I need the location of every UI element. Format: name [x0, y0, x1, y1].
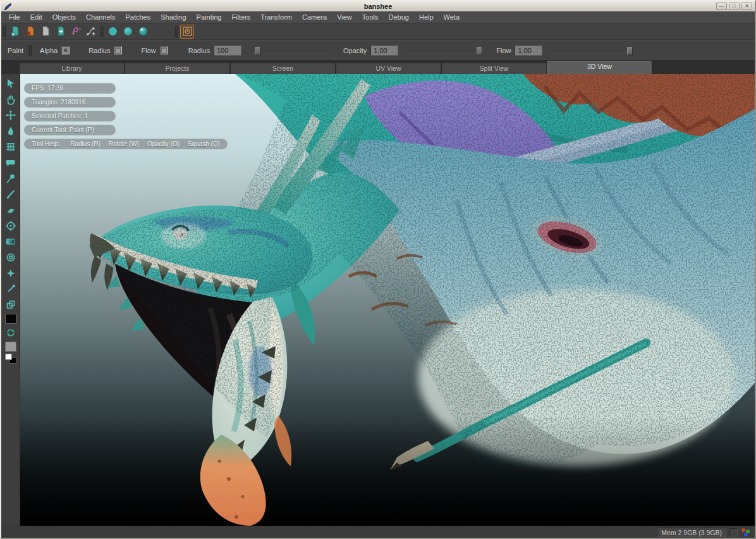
menu-file[interactable]: File [4, 11, 25, 23]
foreground-color-swatch[interactable] [5, 314, 16, 324]
flow-label: Flow [492, 47, 515, 54]
flow-checkbox[interactable] [160, 46, 168, 54]
hud-fps: FPS: 17.39 [24, 83, 116, 94]
radius-label: Radius [185, 47, 214, 54]
view-tab-bar: Library Projects Screen UV View Split Vi… [1, 61, 755, 74]
minimize-button[interactable]: — [716, 3, 727, 10]
pen-app-icon [4, 3, 13, 11]
toolbar-gripper[interactable] [3, 26, 6, 37]
hud-current-tool: Current Tool: Paint (P) [24, 125, 116, 135]
page-arrow-icon [56, 26, 66, 37]
path-tool-button[interactable] [69, 25, 83, 39]
hud-tool-help-label: Tool Help: [32, 140, 59, 147]
tab-screen[interactable]: Screen [230, 63, 336, 74]
projection-toggle-button[interactable] [180, 25, 194, 39]
paintbar-gripper[interactable] [28, 45, 32, 56]
menu-tools[interactable]: Tools [357, 11, 384, 23]
radius-checkbox[interactable] [114, 46, 122, 54]
radius-slider-handle[interactable] [255, 47, 260, 55]
gradient-fill-tool[interactable] [4, 235, 18, 249]
toolbar-gripper[interactable] [100, 26, 104, 37]
tab-projects[interactable]: Projects [125, 63, 230, 74]
opacity-slider[interactable] [403, 46, 482, 55]
pencil-tool[interactable] [4, 187, 18, 201]
shading-shaded-button[interactable] [121, 25, 135, 39]
alpha-checkbox[interactable]: ✕ [61, 46, 70, 54]
tab-3d-view[interactable]: 3D View [547, 61, 652, 74]
eyedropper-tool[interactable] [4, 282, 18, 296]
viewport-3d[interactable]: FPS: 17.39 Triangles: 2180916 Selected P… [20, 74, 755, 526]
opacity-input[interactable] [370, 45, 398, 56]
curve-tool-button[interactable] [84, 25, 98, 39]
paint-bubble-tool[interactable] [4, 156, 18, 170]
menu-view[interactable]: View [332, 11, 357, 23]
pin-tool[interactable] [4, 171, 18, 185]
flow-slider[interactable] [547, 46, 633, 55]
pan-hand-tool[interactable] [4, 92, 18, 106]
menu-channels[interactable]: Channels [81, 11, 120, 23]
paint-drop-tool[interactable] [4, 124, 18, 138]
radius-input[interactable] [214, 45, 241, 56]
close-project-button[interactable] [23, 25, 37, 39]
paint-tool-label: Paint [4, 47, 27, 54]
radius-toggle-label: Radius [85, 47, 114, 54]
title-bar[interactable]: banshee — □ ✕ [1, 1, 755, 11]
shading-flat-button[interactable] [106, 25, 119, 39]
select-cursor-tool[interactable] [4, 77, 18, 90]
save-project-button[interactable] [39, 25, 52, 39]
smudge-tool[interactable] [4, 266, 18, 280]
new-project-button[interactable] [8, 25, 22, 39]
sphere-shaded-icon [123, 26, 133, 37]
alpha-label: Alpha [36, 47, 61, 54]
blur-tool[interactable] [4, 251, 18, 264]
flow-input[interactable] [515, 45, 542, 56]
opacity-slider-handle[interactable] [477, 47, 482, 55]
menu-patches[interactable]: Patches [120, 11, 155, 23]
menu-painting[interactable]: Painting [192, 11, 227, 23]
projection-icon [182, 26, 193, 37]
menu-transform[interactable]: Transform [255, 11, 297, 23]
hud-triangles: Triangles: 2180916 [24, 97, 116, 108]
background-color-swatch[interactable] [5, 342, 16, 352]
move-tool[interactable] [4, 108, 18, 122]
tab-uv-view[interactable]: UV View [336, 63, 441, 74]
clone-stamp-tool[interactable] [4, 219, 18, 233]
menu-shading[interactable]: Shading [155, 11, 191, 23]
window-title: banshee [1, 1, 755, 11]
curve-node-icon [86, 26, 97, 37]
shading-specular-button[interactable] [136, 25, 150, 39]
main-toolbar [1, 23, 755, 40]
menu-camera[interactable]: Camera [297, 11, 332, 23]
menu-objects[interactable]: Objects [47, 11, 81, 23]
maximize-button[interactable]: □ [729, 3, 740, 10]
tab-split-view[interactable]: Split View [441, 63, 547, 74]
import-project-button[interactable] [54, 25, 68, 39]
menu-filters[interactable]: Filters [226, 11, 255, 23]
default-colors-swatch[interactable] [5, 354, 16, 364]
flow-slider-handle[interactable] [627, 47, 633, 55]
toolbar-gripper[interactable] [174, 26, 178, 37]
menu-weta[interactable]: Weta [439, 11, 465, 23]
hud-selected-patches: Selected Patches: 1 [24, 111, 116, 121]
menu-debug[interactable]: Debug [384, 11, 414, 23]
eraser-tool[interactable] [4, 203, 18, 217]
opacity-label: Opacity [339, 47, 370, 54]
memory-usage: Mem 2.9GB (3.9GB) [657, 528, 726, 537]
flow-toggle-label: Flow [137, 47, 159, 54]
menu-help[interactable]: Help [414, 11, 439, 23]
tab-library[interactable]: Library [19, 63, 125, 74]
copy-patch-tool[interactable] [4, 298, 18, 312]
hud-tool-help: Tool Help: Radius (R) Rotate (W) Opacity… [24, 139, 228, 149]
radius-slider[interactable] [250, 46, 329, 55]
swap-colors-button[interactable] [4, 326, 18, 340]
close-button[interactable]: ✕ [741, 3, 752, 10]
rgb-channels-icon[interactable] [741, 528, 751, 536]
viewport-hud: FPS: 17.39 Triangles: 2180916 Selected P… [24, 83, 228, 149]
tool-palette [1, 74, 20, 526]
path-p-icon [71, 26, 82, 37]
status-grip[interactable] [729, 528, 738, 536]
menu-edit[interactable]: Edit [25, 11, 47, 23]
page-plus-icon [10, 26, 21, 37]
uv-grid-tool[interactable] [4, 140, 18, 154]
sphere-specular-icon [138, 26, 149, 37]
